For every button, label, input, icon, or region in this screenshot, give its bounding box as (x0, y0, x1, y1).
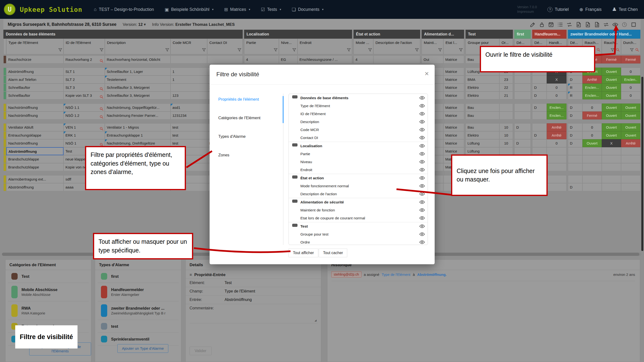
table-cell-durch[interactable]: Arrêté (621, 139, 640, 147)
table-cell-or[interactable] (499, 111, 513, 119)
table-cell-desc[interactable]: Nachströmung Fenster Parner... (105, 111, 170, 119)
table-cell-zde[interactable]: D (568, 131, 582, 139)
version-selector[interactable]: Version: 12 ▾ (123, 22, 146, 27)
list-item[interactable]: Test (8, 270, 88, 283)
table-cell-durch[interactable]: Ouvert (621, 103, 640, 111)
table-cell-type[interactable]: Brandschutzklappe (6, 155, 64, 163)
table-cell-type[interactable]: Schnelllauftor (6, 83, 64, 91)
column-header-nive[interactable]: Nive... (279, 39, 298, 54)
nav-item-documents[interactable]: ❏Documents▾ (292, 7, 324, 12)
column-header-partie[interactable]: Partie (244, 39, 279, 54)
table-cell-groupe[interactable]: Lüftung (466, 147, 499, 155)
show-all-button[interactable]: Tout afficher (288, 249, 318, 257)
table-cell-fde[interactable] (514, 131, 531, 139)
table-cell-zde[interactable]: D (568, 103, 582, 111)
filter-funnel-icon[interactable] (202, 48, 206, 53)
table-cell-zde[interactable]: D (568, 139, 582, 147)
table-cell-durch[interactable]: Ouvert (621, 131, 640, 139)
column-header-descact[interactable]: Description de l'action (373, 39, 420, 54)
eye-visibility-icon[interactable] (420, 224, 425, 228)
eye-visibility-icon[interactable] (420, 160, 425, 164)
list-item[interactable]: HandfeuermelderErster Alarmgeber (98, 283, 179, 302)
table-cell-type[interactable]: Rauchschürze (6, 55, 64, 63)
table-cell-desc[interactable]: Entrauchungsklappe 1 (105, 131, 170, 139)
table-cell-type[interactable]: Alarm auf Telefon (6, 75, 64, 83)
search-icon[interactable] (100, 94, 103, 99)
modal-tab-zones[interactable]: Zones (218, 153, 276, 157)
table-cell-mode[interactable]: 4 (354, 55, 373, 63)
table-cell-desc[interactable]: Rauchvorhang horizontal, Oblicht (105, 55, 170, 63)
table-cell-groupe[interactable]: Lüftung (466, 139, 499, 147)
table-cell-handt[interactable]: X (547, 75, 566, 83)
search-icon[interactable] (100, 86, 103, 91)
table-cell-type[interactable]: Entrauchungsklappe (6, 131, 64, 139)
table-cell-groupe[interactable]: Bau (466, 103, 499, 111)
table-cell-or[interactable]: 10 (499, 131, 513, 139)
table-cell-type[interactable]: Abströmöffnung (6, 67, 64, 75)
table-cell-rauch2[interactable]: Ouvert (602, 111, 621, 119)
table-cell-desc[interactable]: Schnelllauftor 1, Lager (105, 67, 170, 75)
table-cell-hde[interactable]: D (532, 103, 547, 111)
table-cell-type[interactable]: Nachströmöffnung (6, 111, 64, 119)
list-item[interactable]: zweiter Brandmelder oder ...Zweimeldungs… (98, 302, 179, 320)
table-cell-partie[interactable]: 4 (244, 55, 279, 63)
table-cell-mcr[interactable]: test (170, 131, 207, 139)
impressum-link[interactable]: Impressum (517, 9, 537, 14)
filter-funnel-icon[interactable] (347, 48, 350, 53)
table-cell-rauch1[interactable] (582, 163, 602, 171)
table-cell-durch[interactable] (621, 155, 640, 163)
table-cell-groupe[interactable]: BMA (466, 75, 499, 83)
column-header-contact[interactable]: Contact DI (207, 39, 243, 54)
table-cell-fde[interactable] (514, 147, 531, 155)
modal-tab-types-d-alarme[interactable]: Types d'Alarme (218, 134, 276, 139)
eye-visibility-icon[interactable] (420, 176, 425, 180)
table-cell-handt[interactable]: Enclen... (547, 111, 566, 119)
nav-link-fran-ais[interactable]: ⊕Français (579, 7, 602, 12)
modal-tab-propri-t-s-de-l-l-ment[interactable]: Propriétés de l'élément (218, 97, 276, 102)
table-cell-mcr[interactable]: asd1 (170, 103, 207, 111)
table-cell-handt[interactable]: 0 (547, 83, 566, 91)
table-cell-type[interactable]: Abströmöffnung (6, 147, 64, 155)
filter-funnel-icon[interactable] (438, 48, 442, 53)
table-cell-nive[interactable]: EG (279, 55, 298, 63)
column-header-id[interactable]: ID de l'Elément (64, 39, 105, 54)
table-cell-rauch2[interactable]: Ouvert (602, 103, 621, 111)
table-cell-mcr[interactable] (170, 55, 207, 63)
column-header-desc[interactable]: Description (105, 39, 170, 54)
eye-visibility-icon[interactable] (420, 152, 425, 156)
compare-arrows-icon[interactable] (603, 21, 609, 28)
nav-link-tutoriel[interactable]: ?Tutoriel (548, 7, 569, 12)
table-cell-zde[interactable]: D (568, 75, 582, 83)
table-cell-type[interactable]: Brandschutzklappe (6, 163, 64, 171)
repeat-icon[interactable] (566, 21, 572, 28)
table-cell-handt[interactable] (547, 175, 566, 183)
table-cell-durch[interactable]: 0 (621, 83, 640, 91)
table-cell-rauch2[interactable]: Ouvert (602, 131, 621, 139)
table-cell-zde[interactable] (568, 155, 582, 163)
table-cell-rauch2[interactable] (602, 147, 621, 155)
filter-funnel-icon[interactable] (274, 48, 278, 53)
table-cell-groupe[interactable]: Bau (466, 123, 499, 131)
table-cell-id[interactable]: SLT 2 (64, 75, 105, 83)
eye-visibility-icon[interactable] (420, 112, 425, 116)
table-cell-rauch1[interactable] (582, 155, 602, 163)
table-cell-durch[interactable]: 0 (621, 91, 640, 99)
table-cell-groupe[interactable]: Elektro (466, 131, 499, 139)
table-cell-durch[interactable] (621, 163, 640, 171)
table-cell-etatl[interactable]: Matrice (443, 91, 464, 99)
list-item[interactable]: Sprinkleralarmventil (98, 333, 179, 346)
table-cell-handt[interactable] (547, 155, 566, 163)
filter-funnel-icon[interactable] (238, 48, 241, 53)
table-cell-mcr[interactable]: test (170, 123, 207, 131)
table-cell-durch[interactable]: Fermé (621, 55, 640, 63)
table-cell-etatl[interactable]: Matrice (443, 103, 464, 111)
lock-icon[interactable] (539, 21, 545, 28)
eye-visibility-icon[interactable] (420, 104, 425, 108)
filter-funnel-icon[interactable] (100, 48, 103, 53)
table-cell-rauch1[interactable]: 0 (582, 131, 602, 139)
eye-visibility-icon[interactable] (420, 240, 425, 244)
search-icon[interactable] (100, 125, 103, 131)
table-cell-etatl[interactable]: Matrice (443, 83, 464, 91)
table-cell-hde[interactable] (532, 147, 547, 155)
column-header-rauch2[interactable]: Rauch... (602, 39, 621, 54)
